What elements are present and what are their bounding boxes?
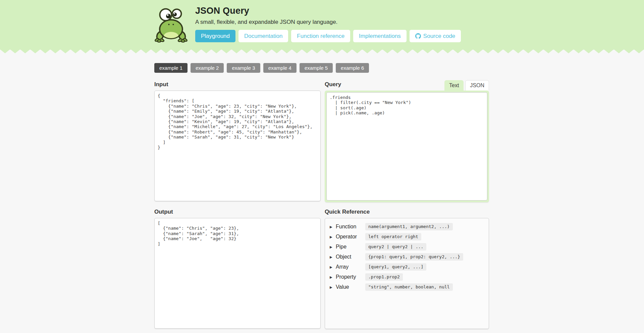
example-5-button[interactable]: example 5 bbox=[300, 63, 333, 73]
example-1-button[interactable]: example 1 bbox=[154, 63, 187, 73]
ref-row-function[interactable]: ▶ Function name(argument1, argument2, ..… bbox=[325, 222, 489, 232]
query-label: Query bbox=[325, 81, 341, 88]
input-textarea[interactable]: { "friends": [ {"name": "Chris", "age": … bbox=[154, 91, 321, 201]
output-textarea[interactable]: [ {"name": "Chris", "age": 23}, {"name":… bbox=[154, 218, 321, 329]
nav-source-code-label: Source code bbox=[423, 33, 455, 40]
query-panel: Query Text JSON .friends | filter(.city … bbox=[325, 80, 489, 202]
ref-row-pipe[interactable]: ▶ Pipe query2 | query2 | ... bbox=[325, 242, 489, 252]
ref-row-array[interactable]: ▶ Array [query1, query2, ...] bbox=[325, 262, 489, 272]
query-tab-text[interactable]: Text bbox=[444, 80, 464, 91]
page-subtitle: A small, flexible, and expandable JSON q… bbox=[195, 19, 461, 25]
nav-documentation-button[interactable]: Documentation bbox=[238, 30, 288, 42]
output-panel: Output [ {"name": "Chris", "age": 23}, {… bbox=[154, 208, 321, 329]
ref-label-function: Function bbox=[336, 224, 365, 230]
ref-syntax-property: .prop1.prop2 bbox=[365, 273, 403, 281]
ref-syntax-value: "string", number, boolean, null bbox=[365, 283, 453, 291]
example-4-button[interactable]: example 4 bbox=[263, 63, 297, 73]
ref-syntax-function: name(argument1, argument2, ...) bbox=[365, 223, 453, 230]
output-label: Output bbox=[154, 209, 173, 215]
triangle-right-icon: ▶ bbox=[330, 285, 336, 289]
github-icon bbox=[415, 33, 421, 39]
example-6-button[interactable]: example 6 bbox=[336, 63, 369, 73]
ref-label-value: Value bbox=[336, 284, 365, 290]
ref-row-value[interactable]: ▶ Value "string", number, boolean, null bbox=[325, 282, 489, 292]
query-tab-json[interactable]: JSON bbox=[465, 80, 489, 91]
ref-label-array: Array bbox=[336, 264, 365, 270]
ref-syntax-object: {prop1: query1, prop2: query2, ...} bbox=[365, 253, 463, 261]
nav-playground-button[interactable]: Playground bbox=[195, 30, 235, 42]
query-textarea[interactable]: .friends | filter(.city == "New York") |… bbox=[326, 92, 487, 201]
frog-logo-icon bbox=[154, 5, 188, 43]
ref-row-operator[interactable]: ▶ Operator left operator right bbox=[325, 232, 489, 242]
query-tabs: Text JSON bbox=[444, 80, 489, 91]
main-nav: Playground Documentation Function refere… bbox=[195, 30, 461, 42]
query-frame: .friends | filter(.city == "New York") |… bbox=[325, 91, 489, 202]
quick-reference-box: ▶ Function name(argument1, argument2, ..… bbox=[325, 218, 489, 329]
ref-row-property[interactable]: ▶ Property .prop1.prop2 bbox=[325, 272, 489, 282]
example-3-button[interactable]: example 3 bbox=[227, 63, 260, 73]
ref-syntax-operator: left operator right bbox=[365, 233, 421, 240]
zigzag-divider bbox=[0, 49, 644, 53]
triangle-right-icon: ▶ bbox=[330, 225, 336, 229]
ref-row-object[interactable]: ▶ Object {prop1: query1, prop2: query2, … bbox=[325, 252, 489, 262]
quick-reference-label: Quick Reference bbox=[325, 209, 370, 215]
ref-syntax-array: [query1, query2, ...] bbox=[365, 263, 426, 271]
quick-reference-panel: Quick Reference ▶ Function name(argument… bbox=[325, 208, 489, 329]
page-title: JSON Query bbox=[195, 6, 461, 16]
triangle-right-icon: ▶ bbox=[330, 275, 336, 279]
ref-syntax-pipe: query2 | query2 | ... bbox=[365, 243, 426, 251]
triangle-right-icon: ▶ bbox=[330, 255, 336, 259]
ref-label-operator: Operator bbox=[336, 234, 365, 240]
input-panel: Input { "friends": [ {"name": "Chris", "… bbox=[154, 80, 321, 202]
example-2-button[interactable]: example 2 bbox=[191, 63, 224, 73]
main-content: example 1 example 2 example 3 example 4 … bbox=[154, 63, 490, 329]
triangle-right-icon: ▶ bbox=[330, 235, 336, 239]
nav-function-reference-button[interactable]: Function reference bbox=[291, 30, 350, 42]
ref-label-object: Object bbox=[336, 254, 365, 260]
nav-implementations-button[interactable]: Implementations bbox=[353, 30, 407, 42]
header: JSON Query A small, flexible, and expand… bbox=[0, 0, 644, 50]
ref-label-pipe: Pipe bbox=[336, 244, 365, 250]
input-label: Input bbox=[154, 81, 168, 88]
example-buttons: example 1 example 2 example 3 example 4 … bbox=[154, 63, 490, 73]
ref-label-property: Property bbox=[336, 274, 365, 280]
triangle-right-icon: ▶ bbox=[330, 265, 336, 269]
triangle-right-icon: ▶ bbox=[330, 245, 336, 249]
nav-source-code-button[interactable]: Source code bbox=[410, 30, 461, 42]
